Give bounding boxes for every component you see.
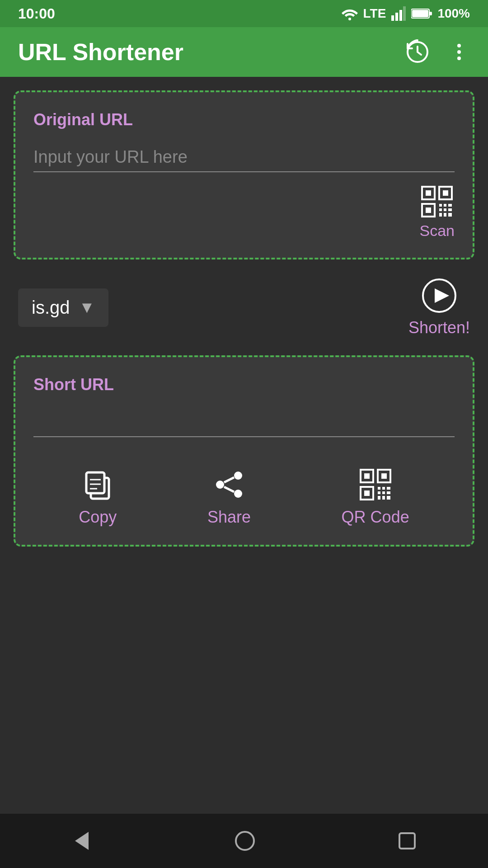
original-url-card: Original URL — [14, 90, 474, 259]
svg-rect-18 — [439, 204, 442, 207]
app-bar-actions — [405, 39, 470, 65]
signal-icon — [391, 6, 406, 21]
svg-rect-40 — [364, 473, 370, 479]
status-icons: LTE 100% — [342, 6, 470, 21]
short-url-input[interactable] — [33, 408, 455, 437]
svg-rect-23 — [448, 208, 452, 211]
svg-line-37 — [224, 477, 234, 482]
wifi-icon — [342, 7, 358, 20]
home-button[interactable] — [234, 830, 256, 852]
short-url-label: Short URL — [33, 375, 455, 394]
svg-rect-42 — [381, 473, 387, 479]
qrcode-label: QR Code — [342, 508, 409, 527]
status-bar: 10:00 LTE 100% — [0, 0, 488, 27]
svg-rect-24 — [439, 213, 442, 217]
lte-label: LTE — [363, 6, 386, 21]
svg-rect-47 — [387, 487, 390, 490]
battery-pct: 100% — [437, 6, 470, 21]
main-content: Original URL — [0, 77, 488, 814]
svg-rect-53 — [387, 496, 390, 500]
svg-rect-21 — [439, 208, 442, 211]
svg-point-10 — [457, 50, 461, 54]
shorten-button[interactable]: Shorten! — [408, 278, 470, 337]
svg-point-36 — [234, 490, 242, 498]
app-bar: URL Shortener — [0, 27, 488, 77]
back-icon — [70, 830, 93, 852]
svg-rect-50 — [387, 491, 390, 494]
svg-rect-45 — [378, 487, 380, 490]
home-icon — [234, 830, 256, 852]
history-icon — [405, 39, 430, 65]
svg-rect-19 — [444, 204, 446, 207]
svg-marker-54 — [75, 832, 89, 850]
back-button[interactable] — [70, 830, 93, 852]
short-url-actions: Copy Share — [33, 469, 455, 527]
share-icon — [213, 469, 245, 500]
svg-rect-2 — [395, 13, 398, 21]
svg-point-9 — [457, 44, 461, 47]
nav-bar — [0, 814, 488, 868]
copy-label: Copy — [79, 508, 117, 527]
svg-point-55 — [236, 832, 254, 850]
svg-rect-15 — [443, 190, 448, 196]
status-time: 10:00 — [18, 5, 55, 22]
svg-rect-52 — [382, 496, 385, 500]
scan-area: Scan — [33, 186, 455, 240]
share-label: Share — [207, 508, 251, 527]
qrcode-button[interactable]: QR Code — [342, 469, 409, 527]
recent-icon — [397, 830, 418, 851]
svg-rect-1 — [391, 15, 394, 21]
qrcode-icon — [360, 469, 391, 500]
svg-point-0 — [348, 18, 351, 20]
history-button[interactable] — [405, 39, 430, 65]
svg-line-38 — [224, 487, 234, 492]
provider-row: is.gd ▼ Shorten! — [14, 278, 474, 337]
scan-button[interactable]: Scan — [420, 186, 455, 240]
svg-rect-4 — [403, 6, 406, 21]
svg-rect-49 — [382, 491, 385, 494]
more-options-button[interactable] — [448, 41, 470, 63]
svg-rect-26 — [448, 213, 452, 217]
provider-selector[interactable]: is.gd ▼ — [18, 288, 108, 327]
svg-rect-13 — [426, 190, 431, 196]
scan-qr-icon — [421, 186, 453, 217]
more-options-icon — [448, 41, 470, 63]
copy-button[interactable]: Copy — [79, 469, 117, 527]
svg-point-34 — [234, 472, 242, 480]
recent-apps-button[interactable] — [397, 830, 418, 851]
svg-rect-44 — [364, 491, 370, 496]
battery-icon — [411, 7, 432, 20]
svg-rect-48 — [378, 491, 380, 494]
original-url-label: Original URL — [33, 110, 455, 129]
url-input[interactable] — [33, 143, 455, 172]
svg-point-11 — [457, 57, 461, 60]
shorten-play-icon — [421, 278, 457, 314]
svg-rect-51 — [378, 496, 380, 500]
chevron-down-icon: ▼ — [79, 298, 95, 317]
svg-marker-28 — [435, 288, 449, 303]
copy-icon — [82, 469, 113, 500]
app-title: URL Shortener — [18, 38, 183, 66]
provider-value: is.gd — [32, 297, 70, 318]
svg-rect-17 — [426, 208, 431, 213]
svg-point-35 — [216, 481, 224, 489]
svg-rect-46 — [382, 487, 385, 490]
shorten-label: Shorten! — [408, 318, 470, 337]
scan-label: Scan — [420, 222, 455, 240]
svg-rect-6 — [412, 10, 428, 17]
svg-rect-3 — [399, 10, 402, 21]
share-button[interactable]: Share — [207, 469, 251, 527]
svg-rect-7 — [429, 12, 432, 15]
svg-rect-56 — [399, 833, 415, 849]
short-url-card: Short URL Copy — [14, 355, 474, 547]
svg-rect-30 — [86, 472, 104, 493]
svg-rect-22 — [444, 208, 446, 211]
svg-rect-25 — [444, 213, 446, 217]
url-input-wrapper — [33, 143, 455, 172]
svg-rect-20 — [448, 204, 452, 207]
